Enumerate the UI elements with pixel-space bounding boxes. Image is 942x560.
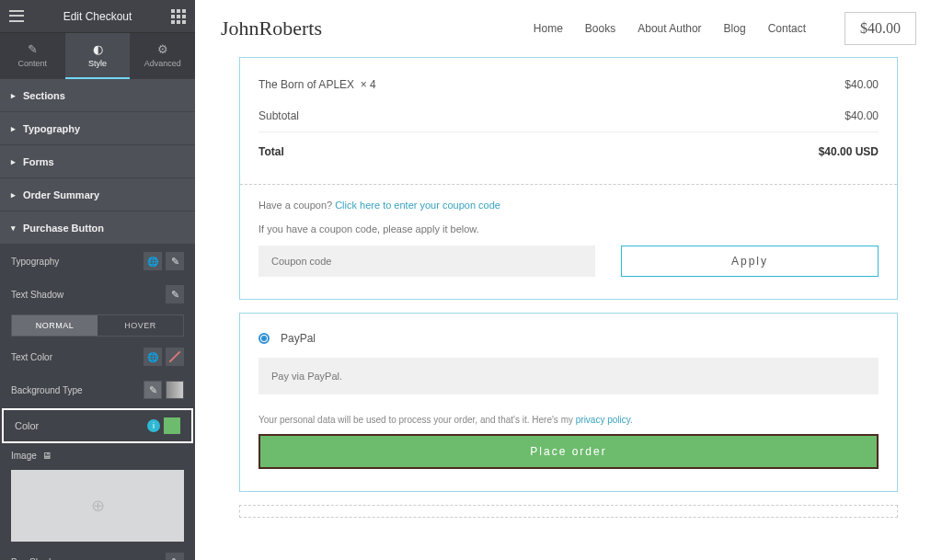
gear-icon: ⚙: [157, 42, 168, 56]
gradient-bg-button[interactable]: [166, 381, 184, 399]
tab-content[interactable]: ✎ Content: [0, 33, 65, 79]
prop-text-color: Text Color: [0, 340, 195, 373]
nav-home[interactable]: Home: [534, 22, 563, 35]
privacy-policy-link[interactable]: privacy policy: [576, 415, 630, 425]
sidebar-header: Edit Checkout: [0, 0, 195, 33]
coupon-toggle-link[interactable]: Click here to enter your coupon code: [335, 200, 500, 211]
payment-box: PayPal Pay via PayPal. Your personal dat…: [239, 313, 898, 492]
coupon-code-input[interactable]: [258, 246, 595, 277]
no-color-icon[interactable]: [166, 348, 184, 366]
globe-icon[interactable]: [144, 252, 162, 270]
apply-coupon-button[interactable]: Apply: [621, 246, 879, 277]
prop-background-type: Background Type: [0, 373, 195, 406]
accordion-forms[interactable]: ▸Forms: [0, 145, 195, 178]
sidebar-body[interactable]: ▸Sections ▸Typography ▸Forms ▸Order Summ…: [0, 79, 195, 560]
payment-description: Pay via PayPal.: [258, 358, 879, 394]
radio-checked-icon[interactable]: [258, 333, 270, 344]
nav-about[interactable]: About Author: [638, 22, 701, 35]
toggle-normal[interactable]: NORMAL: [12, 315, 98, 336]
widgets-grid-icon[interactable]: [171, 9, 186, 24]
privacy-text: Your personal data will be used to proce…: [258, 415, 879, 425]
nav-blog[interactable]: Blog: [724, 22, 746, 35]
preview-canvas: JohnRoberts Home Books About Author Blog…: [195, 0, 942, 560]
info-icon[interactable]: i: [147, 419, 160, 432]
desktop-icon[interactable]: 🖥: [42, 451, 52, 461]
nav-books[interactable]: Books: [585, 22, 615, 35]
classic-bg-button[interactable]: [144, 381, 162, 399]
prop-color-highlighted: Color i: [2, 408, 193, 443]
cart-price[interactable]: $40.00: [844, 12, 916, 45]
hamburger-menu-icon[interactable]: [9, 9, 24, 24]
tab-style[interactable]: ◐ Style: [65, 33, 131, 79]
image-upload-placeholder[interactable]: ⊕: [11, 470, 184, 542]
accordion-purchase-button[interactable]: ▾Purchase Button: [0, 211, 195, 245]
state-toggle: NORMAL HOVER: [11, 314, 184, 337]
item-name: The Born of APLEX × 4: [258, 78, 376, 91]
edit-text-shadow-button[interactable]: [166, 285, 184, 303]
chevron-right-icon: ▸: [11, 124, 16, 133]
accordion-order-summary[interactable]: ▸Order Summary: [0, 178, 195, 211]
summary-item-row: The Born of APLEX × 4 $40.00: [258, 69, 879, 100]
checkout-summary-box: The Born of APLEX × 4 $40.00 Subtotal $4…: [239, 57, 898, 300]
prop-box-shadow: Box Shadow: [0, 545, 195, 560]
chevron-down-icon: ▾: [11, 223, 16, 233]
sidebar-title: Edit Checkout: [63, 10, 132, 23]
style-icon: ◐: [93, 42, 103, 56]
edit-box-shadow-button[interactable]: [166, 553, 184, 560]
nav-contact[interactable]: Contact: [768, 22, 806, 35]
chevron-right-icon: ▸: [11, 91, 16, 100]
order-summary: The Born of APLEX × 4 $40.00 Subtotal $4…: [240, 58, 897, 184]
tab-advanced[interactable]: ⚙ Advanced: [130, 33, 195, 79]
item-price: $40.00: [844, 78, 879, 91]
color-swatch[interactable]: [164, 417, 180, 434]
main-nav: Home Books About Author Blog Contact $40…: [534, 12, 916, 45]
chevron-right-icon: ▸: [11, 190, 16, 200]
pencil-icon: ✎: [28, 42, 38, 56]
coupon-prompt: Have a coupon? Click here to enter your …: [258, 200, 879, 211]
coupon-section: Have a coupon? Click here to enter your …: [240, 184, 897, 299]
site-header: JohnRoberts Home Books About Author Blog…: [195, 0, 942, 57]
edit-typography-button[interactable]: [166, 252, 184, 270]
editor-sidebar: Edit Checkout ✎ Content ◐ Style ⚙ Advanc…: [0, 0, 195, 560]
chevron-right-icon: ▸: [11, 157, 16, 166]
site-logo[interactable]: JohnRoberts: [221, 17, 322, 40]
empty-widget-drop-area[interactable]: [239, 505, 898, 518]
globe-icon[interactable]: [144, 348, 162, 366]
purchase-button-props: Typography Text Shadow NORMAL HOVER Text…: [0, 245, 195, 560]
toggle-hover[interactable]: HOVER: [98, 315, 183, 336]
prop-text-shadow: Text Shadow: [0, 278, 195, 311]
payment-option-paypal[interactable]: PayPal: [258, 332, 879, 345]
summary-subtotal-row: Subtotal $40.00: [258, 100, 879, 131]
coupon-instruction: If you have a coupon code, please apply …: [258, 223, 879, 234]
accordion-typography[interactable]: ▸Typography: [0, 112, 195, 145]
sidebar-tabs: ✎ Content ◐ Style ⚙ Advanced: [0, 33, 195, 79]
place-order-button[interactable]: Place order: [258, 434, 879, 469]
accordion-sections[interactable]: ▸Sections: [0, 79, 195, 112]
summary-total-row: Total $40.00 USD: [258, 131, 879, 167]
prop-image-label: Image 🖥: [0, 445, 195, 466]
prop-typography: Typography: [0, 245, 195, 278]
